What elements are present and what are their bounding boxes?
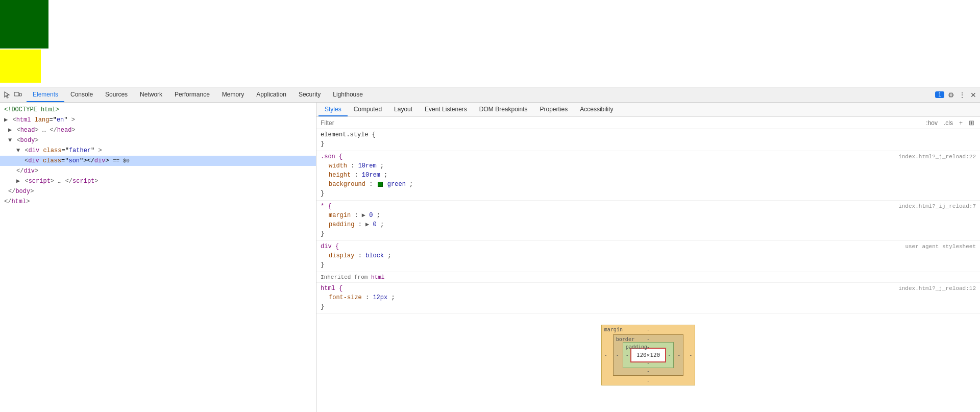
padding-left-value[interactable]: - — [626, 352, 629, 358]
styles-filter-bar: :hov .cls + ⊞ — [316, 117, 980, 129]
color-swatch-green[interactable] — [378, 182, 383, 187]
css-div-source: user agent stylesheet — [905, 244, 976, 250]
border-top-value[interactable]: - — [647, 336, 650, 342]
notification-badge: 1 — [935, 91, 944, 98]
settings-icon[interactable]: ⚙ — [946, 90, 955, 100]
css-div-close: } — [321, 260, 976, 270]
subtab-dom-breakpoints[interactable]: DOM Breakpoints — [473, 103, 534, 116]
filter-input[interactable] — [321, 119, 924, 127]
subtab-styles[interactable]: Styles — [318, 103, 348, 116]
green-element — [0, 0, 48, 49]
tab-console[interactable]: Console — [64, 87, 99, 102]
css-universal-source: index.html?_ij_reload:7 — [898, 203, 976, 209]
padding-label: padding — [626, 344, 647, 350]
svg-rect-0 — [14, 92, 19, 96]
css-son-close: } — [321, 189, 976, 198]
css-universal-section: * { index.html?_ij_reload:7 margin : ▶ 0… — [316, 201, 980, 241]
box-model-section: margin - - - - border - - - - — [316, 314, 980, 396]
dom-line-head[interactable]: ▶ <head> … </head> — [0, 125, 316, 135]
padding-right-value[interactable]: - — [668, 352, 671, 358]
css-html-source: index.html?_j_reload:12 — [898, 285, 976, 292]
tab-network[interactable]: Network — [134, 87, 168, 102]
margin-bottom-value[interactable]: - — [647, 378, 650, 383]
margin-label: margin — [604, 327, 623, 332]
yellow-element — [0, 50, 41, 83]
styles-subtabs: Styles Computed Layout Event Listeners D… — [316, 103, 980, 117]
devtools-icons-left — [2, 90, 22, 100]
filter-icon-btn[interactable]: ⊞ — [967, 118, 976, 127]
border-label: border — [616, 336, 634, 342]
svg-rect-1 — [19, 93, 21, 96]
padding-bottom-value[interactable]: - — [647, 360, 650, 366]
border-right-value[interactable]: - — [677, 352, 680, 358]
css-universal-header: * { index.html?_ij_reload:7 — [321, 203, 976, 210]
page-viewport — [0, 0, 980, 87]
cursor-icon[interactable] — [2, 90, 11, 100]
css-background-prop: background : green ; — [321, 180, 976, 189]
css-html-header: html { index.html?_j_reload:12 — [321, 285, 976, 292]
css-universal-close: } — [321, 229, 976, 238]
tab-lighthouse[interactable]: Lighthouse — [327, 87, 369, 102]
subtab-accessibility[interactable]: Accessibility — [574, 103, 619, 116]
dom-line-html[interactable]: ▶ <html lang="en" > — [0, 115, 316, 125]
css-html-close: } — [321, 302, 976, 311]
device-toggle-icon[interactable] — [13, 90, 22, 100]
css-height-prop: height : 10rem ; — [321, 171, 976, 180]
tab-memory[interactable]: Memory — [216, 87, 250, 102]
dom-line-script[interactable]: ▶ <script> … </script> — [0, 176, 316, 186]
box-model: margin - - - - border - - - - — [601, 325, 695, 385]
subtab-computed[interactable]: Computed — [348, 103, 388, 116]
css-son-rule-header: .son { index.html?_j_reload:22 — [321, 153, 976, 160]
margin-right-value[interactable]: - — [689, 352, 692, 358]
devtools-panel: Elements Console Sources Network Perform… — [0, 87, 980, 412]
margin-expand[interactable]: ▶ — [362, 212, 365, 219]
css-div-selector[interactable]: div { — [321, 243, 339, 250]
box-content-size: 120×120 — [636, 352, 660, 358]
padding-top-value[interactable]: - — [647, 344, 650, 350]
styles-rules-content: element.style { } .son { index.html?_j_r… — [316, 129, 980, 412]
dom-line-div-son[interactable]: <div class="son"></div> == $0 — [0, 156, 316, 166]
css-close-brace: } — [321, 139, 976, 149]
box-margin: margin - - - - border - - - - — [601, 325, 695, 385]
devtools-topbar: Elements Console Sources Network Perform… — [0, 87, 980, 103]
dom-line-html-close[interactable]: </html> — [0, 197, 316, 207]
dom-line-doctype[interactable]: <!DOCTYPE html> — [0, 105, 316, 115]
css-son-source: index.html?_j_reload:22 — [898, 154, 976, 160]
dom-line-body-close[interactable]: </body> — [0, 186, 316, 197]
css-selector[interactable]: element.style { — [321, 131, 376, 138]
border-bottom-value[interactable]: - — [647, 368, 650, 374]
filter-add-button[interactable]: + — [958, 119, 964, 127]
margin-left-value[interactable]: - — [604, 352, 607, 358]
css-html-section: html { index.html?_j_reload:12 font-size… — [316, 283, 980, 314]
padding-expand[interactable]: ▶ — [365, 221, 369, 228]
tab-security[interactable]: Security — [292, 87, 327, 102]
margin-top-value[interactable]: - — [647, 327, 650, 332]
subtab-event-listeners[interactable]: Event Listeners — [419, 103, 473, 116]
subtab-layout[interactable]: Layout — [388, 103, 419, 116]
subtab-properties[interactable]: Properties — [534, 103, 574, 116]
border-left-value[interactable]: - — [616, 352, 619, 358]
tab-elements[interactable]: Elements — [27, 87, 64, 102]
more-options-icon[interactable]: ⋮ — [958, 90, 967, 100]
close-icon[interactable]: ✕ — [969, 90, 978, 100]
css-display-prop: display : block ; — [321, 251, 976, 260]
devtools-icons-right: 1 ⚙ ⋮ ✕ — [935, 90, 978, 100]
css-div-header: div { user agent stylesheet — [321, 243, 976, 250]
tab-application[interactable]: Application — [250, 87, 292, 102]
css-padding-prop: padding : ▶ 0 ; — [321, 220, 976, 229]
dom-line-div-father[interactable]: ▼ <div class="father" > — [0, 146, 316, 156]
css-son-selector[interactable]: .son { — [321, 153, 342, 160]
tab-performance[interactable]: Performance — [168, 87, 216, 102]
css-universal-selector[interactable]: * { — [321, 203, 332, 210]
devtools-main-content: <!DOCTYPE html> ▶ <html lang="en" > ▶ <h… — [0, 103, 980, 412]
css-son-section: .son { index.html?_j_reload:22 width : 1… — [316, 151, 980, 201]
dom-line-body-open[interactable]: ▼ <body> — [0, 135, 316, 146]
dom-line-div-close[interactable]: </div> — [0, 166, 316, 176]
tab-sources[interactable]: Sources — [99, 87, 134, 102]
filter-cls-button[interactable]: .cls — [942, 119, 954, 127]
filter-hov-button[interactable]: :hov — [924, 119, 939, 127]
box-padding: padding - - - - 120×120 — [623, 342, 674, 368]
css-html-selector[interactable]: html { — [321, 285, 342, 292]
css-fontsize-prop: font-size : 12px ; — [321, 293, 976, 302]
css-rule-header: element.style { — [321, 131, 976, 138]
